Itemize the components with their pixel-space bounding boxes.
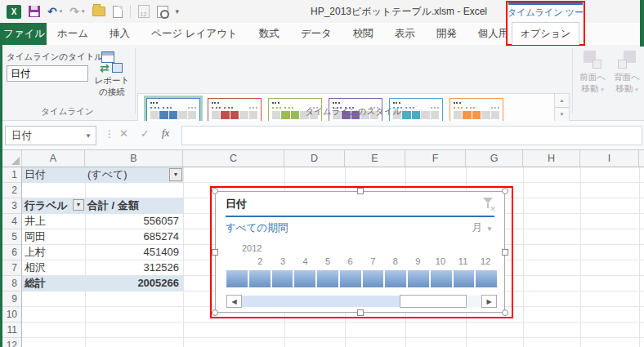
column-header-c[interactable]: C bbox=[183, 150, 284, 167]
row-header[interactable]: 4 bbox=[2, 214, 21, 229]
cell-b3-value-header[interactable]: 合計 / 金額 bbox=[85, 198, 183, 214]
filter-dropdown-icon[interactable]: ▼ bbox=[169, 168, 182, 181]
undo-icon[interactable]: ↶ bbox=[47, 6, 57, 17]
row-labels-dropdown-icon[interactable]: ▼ bbox=[73, 199, 84, 211]
timeline-year-label: 2012 bbox=[242, 243, 262, 253]
send-backward-button[interactable]: 背面へ 移動 ▾ bbox=[610, 50, 644, 94]
scroll-left-icon[interactable]: ◀ bbox=[226, 295, 242, 308]
column-header-f[interactable]: F bbox=[405, 150, 466, 167]
time-level-selector[interactable]: 月▼ bbox=[472, 221, 493, 235]
row-header[interactable]: 6 bbox=[2, 245, 21, 260]
row-header[interactable]: 2 bbox=[2, 183, 21, 198]
timeline-caption-input[interactable] bbox=[7, 65, 88, 82]
resize-handle-top[interactable] bbox=[357, 188, 364, 194]
cell-b1-filter-value[interactable]: (すべて) ▼ bbox=[85, 167, 183, 183]
cell-b5[interactable]: 685274 bbox=[85, 229, 183, 245]
undo-dropdown-icon[interactable]: ▾ bbox=[60, 8, 63, 15]
formula-bar-grip[interactable]: ⋮ bbox=[105, 128, 114, 140]
column-header-a[interactable]: A bbox=[22, 150, 85, 167]
qat-separator bbox=[130, 5, 131, 18]
column-header-d[interactable]: D bbox=[284, 150, 345, 167]
group-label-timeline: タイムライン bbox=[0, 106, 135, 118]
scrollbar-track[interactable] bbox=[242, 296, 481, 307]
tab-page-layout[interactable]: ページ レイアウト bbox=[141, 23, 248, 45]
tab-insert[interactable]: 挿入 bbox=[99, 23, 141, 45]
column-header-i[interactable]: I bbox=[580, 150, 639, 167]
print-preview-icon[interactable] bbox=[157, 6, 168, 18]
resize-handle-left[interactable] bbox=[212, 249, 218, 256]
send-backward-dropdown-icon[interactable]: ▾ bbox=[635, 87, 638, 92]
cell-a7[interactable]: 相沢 bbox=[22, 260, 85, 276]
column-header-h[interactable]: H bbox=[523, 150, 580, 167]
column-headers: A B C D E F G H I bbox=[2, 150, 644, 167]
cell-a6[interactable]: 上村 bbox=[22, 245, 85, 260]
report-connections-icon: ⇄ bbox=[101, 51, 123, 73]
qat-customize-icon[interactable]: ▾ bbox=[176, 7, 180, 16]
select-all-corner[interactable] bbox=[2, 150, 22, 167]
row-header[interactable]: 8 bbox=[2, 276, 21, 291]
timeline-slicer[interactable]: 日付 ✕ すべての期間 月▼ 2012 2 3 4 5 6 7 8 9 10 1… bbox=[215, 191, 505, 313]
formula-input[interactable] bbox=[181, 126, 642, 145]
tab-file[interactable]: ファイル bbox=[2, 23, 47, 45]
scrollbar-thumb[interactable] bbox=[400, 295, 467, 308]
time-level-dropdown-icon[interactable]: ▼ bbox=[486, 225, 493, 233]
redo-dropdown-icon[interactable]: ▾ bbox=[82, 8, 85, 15]
bring-forward-dropdown-icon[interactable]: ▾ bbox=[601, 87, 604, 92]
resize-handle-right[interactable] bbox=[502, 249, 508, 256]
row-header[interactable]: 7 bbox=[2, 260, 21, 276]
quick-access-toolbar: X ↶▾ ↷▾ 12 ▾ bbox=[7, 5, 179, 19]
tab-home[interactable]: ホーム bbox=[47, 23, 99, 45]
excel-window: X ↶▾ ↷▾ 12 ▾ HP_2013ピボットテーブル.xlsm - Exce… bbox=[0, 0, 644, 347]
cell-b7[interactable]: 312526 bbox=[85, 260, 183, 276]
row-header[interactable]: 12 bbox=[2, 338, 21, 347]
tab-review[interactable]: 校閲 bbox=[342, 23, 384, 45]
tab-formulas[interactable]: 数式 bbox=[248, 23, 290, 45]
tab-data[interactable]: データ bbox=[290, 23, 342, 45]
resize-handle-bottom-right[interactable] bbox=[502, 309, 508, 316]
cell-a1-filter-field[interactable]: 日付 bbox=[22, 167, 85, 183]
column-header-b[interactable]: B bbox=[85, 150, 183, 167]
row-header[interactable]: 3 bbox=[2, 198, 21, 214]
tab-options[interactable]: オプション bbox=[512, 22, 579, 45]
paste-number-icon[interactable]: 12 bbox=[138, 5, 150, 18]
column-header-g[interactable]: G bbox=[466, 150, 523, 167]
timeline-selection-bar[interactable] bbox=[226, 270, 497, 287]
clear-filter-icon[interactable]: ✕ bbox=[481, 197, 496, 211]
tab-developer[interactable]: 開発 bbox=[426, 23, 467, 45]
resize-handle-bottom[interactable] bbox=[357, 309, 364, 316]
tab-view[interactable]: 表示 bbox=[384, 23, 426, 45]
report-connections-button[interactable]: ⇄ レポート の接続 bbox=[90, 50, 134, 112]
cell-b8-total[interactable]: 2005266 bbox=[85, 276, 183, 291]
bring-forward-button[interactable]: 前面へ 移動 ▾ bbox=[575, 50, 610, 94]
row-header[interactable]: 1 bbox=[2, 167, 21, 183]
ribbon: タイムラインのタイトル: ⇄ レポート の接続 タイムライン bbox=[0, 45, 644, 121]
timeline-title: 日付 bbox=[226, 197, 247, 211]
cell-a8-total[interactable]: 総計 bbox=[22, 276, 85, 291]
resize-handle-top-right[interactable] bbox=[502, 188, 508, 194]
cancel-icon[interactable]: ✕ bbox=[119, 127, 128, 140]
enter-icon[interactable]: ✓ bbox=[141, 127, 150, 140]
scrollbar-range bbox=[242, 296, 400, 307]
timeline-period-label: すべての期間 bbox=[226, 221, 288, 235]
resize-handle-top-left[interactable] bbox=[212, 188, 218, 194]
row-header[interactable]: 10 bbox=[2, 307, 21, 323]
save-icon[interactable] bbox=[29, 6, 40, 17]
open-folder-icon[interactable] bbox=[92, 7, 105, 16]
redo-icon[interactable]: ↷ bbox=[69, 6, 79, 17]
column-header-e[interactable]: E bbox=[345, 150, 405, 167]
name-box[interactable]: 日付 ▼ bbox=[5, 126, 96, 145]
cell-a5[interactable]: 岡田 bbox=[22, 229, 85, 245]
name-box-dropdown-icon[interactable]: ▼ bbox=[81, 127, 96, 145]
cell-b6[interactable]: 451409 bbox=[85, 245, 183, 260]
cell-a3-row-labels[interactable]: 行ラベル ▼ bbox=[22, 198, 85, 214]
cell-b4[interactable]: 556057 bbox=[85, 214, 183, 229]
row-header[interactable]: 9 bbox=[2, 291, 21, 307]
scroll-right-icon[interactable]: ▶ bbox=[481, 295, 497, 308]
new-document-icon[interactable] bbox=[113, 6, 123, 18]
row-header[interactable]: 5 bbox=[2, 229, 21, 245]
resize-handle-bottom-left[interactable] bbox=[212, 309, 218, 316]
excel-logo-icon: X bbox=[7, 5, 21, 19]
insert-function-icon[interactable]: fx bbox=[162, 127, 169, 140]
row-header[interactable]: 11 bbox=[2, 323, 21, 338]
cell-a4[interactable]: 井上 bbox=[22, 214, 85, 229]
